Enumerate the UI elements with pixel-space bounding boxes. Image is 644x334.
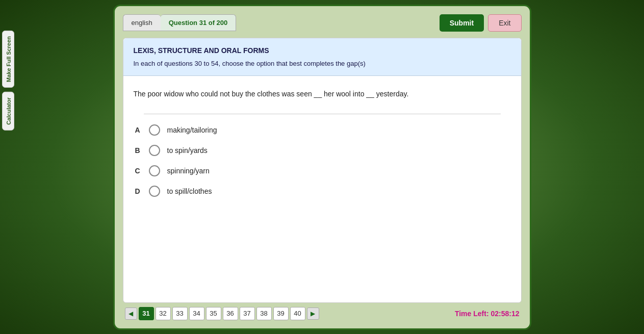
prev-arrow[interactable]: ◀: [125, 307, 137, 320]
next-arrow[interactable]: ▶: [307, 307, 319, 320]
options-list: A making/tailoring B to spin/yards C spi…: [134, 124, 511, 197]
option-a-text: making/tailoring: [167, 126, 217, 134]
page-36[interactable]: 36: [223, 307, 238, 320]
page-32[interactable]: 32: [156, 307, 171, 320]
bottom-nav: ◀ 31 32 33 34 35 36 37 38 39 40 ▶ Time L…: [123, 303, 522, 320]
time-left: Time Left: 02:58:12: [455, 310, 520, 318]
question-text: The poor widow who could not buy the clo…: [134, 88, 511, 99]
radio-c[interactable]: [149, 165, 160, 176]
calculator-button[interactable]: Calculator: [2, 92, 14, 131]
exit-button[interactable]: Exit: [488, 14, 521, 32]
radio-d[interactable]: [149, 186, 160, 197]
time-value: 02:58:12: [491, 310, 519, 318]
pagination: ◀ 31 32 33 34 35 36 37 38 39 40 ▶: [125, 307, 319, 320]
instruction-title: LEXIS, STRUCTURE AND ORAL FORMS: [134, 46, 511, 55]
main-container: english Question 31 of 200 Submit Exit L…: [113, 5, 531, 330]
content-area: LEXIS, STRUCTURE AND ORAL FORMS In each …: [123, 38, 522, 303]
tab-english[interactable]: english: [123, 14, 161, 31]
page-34[interactable]: 34: [189, 307, 204, 320]
option-a-letter: A: [134, 126, 142, 134]
option-c[interactable]: C spinning/yarn: [134, 165, 511, 176]
page-39[interactable]: 39: [273, 307, 289, 320]
page-33[interactable]: 33: [172, 307, 188, 320]
option-d-letter: D: [134, 187, 142, 195]
radio-a[interactable]: [149, 124, 160, 136]
option-b[interactable]: B to spin/yards: [134, 145, 511, 156]
option-d[interactable]: D to spill/clothes: [134, 186, 511, 197]
tabs-left: english Question 31 of 200: [123, 14, 237, 31]
divider: [144, 114, 501, 114]
option-c-letter: C: [134, 167, 142, 175]
option-d-text: to spill/clothes: [167, 187, 212, 195]
sidebar: Make Full Screen Calculator: [0, 0, 16, 334]
question-body: The poor widow who could not buy the clo…: [123, 76, 521, 205]
radio-b[interactable]: [149, 145, 160, 156]
page-31[interactable]: 31: [139, 307, 154, 320]
option-b-letter: B: [134, 146, 142, 155]
fullscreen-button[interactable]: Make Full Screen: [2, 31, 14, 88]
instruction-text: In each of questions 30 to 54, choose th…: [134, 60, 511, 67]
page-40[interactable]: 40: [290, 307, 305, 320]
tabs-row: english Question 31 of 200 Submit Exit: [123, 14, 522, 32]
option-c-text: spinning/yarn: [167, 167, 210, 175]
page-35[interactable]: 35: [206, 307, 221, 320]
option-a[interactable]: A making/tailoring: [134, 124, 511, 136]
option-b-text: to spin/yards: [167, 146, 208, 155]
page-37[interactable]: 37: [240, 307, 255, 320]
page-38[interactable]: 38: [256, 307, 272, 320]
tab-question[interactable]: Question 31 of 200: [161, 14, 237, 31]
instruction-box: LEXIS, STRUCTURE AND ORAL FORMS In each …: [123, 38, 521, 76]
tabs-right: Submit Exit: [440, 14, 522, 32]
submit-button[interactable]: Submit: [440, 14, 484, 32]
time-label: Time Left:: [455, 310, 489, 318]
